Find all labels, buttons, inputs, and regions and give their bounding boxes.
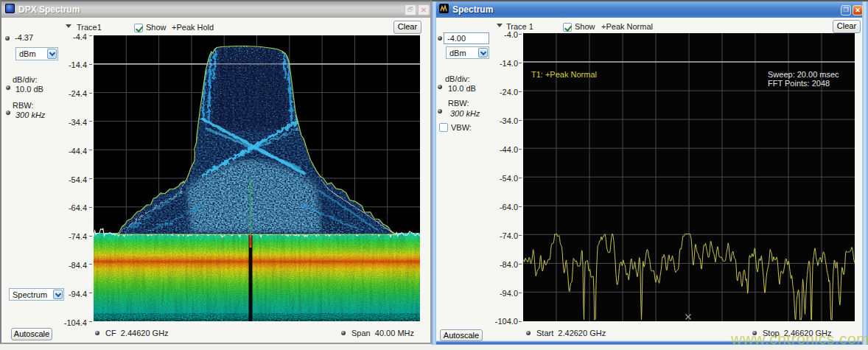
- svg-text:T1: +Peak Normal: T1: +Peak Normal: [531, 70, 597, 79]
- svg-text:Sweep: 20.00 msec: Sweep: 20.00 msec: [768, 70, 839, 79]
- svg-text:FFT Points: 2048: FFT Points: 2048: [768, 79, 830, 88]
